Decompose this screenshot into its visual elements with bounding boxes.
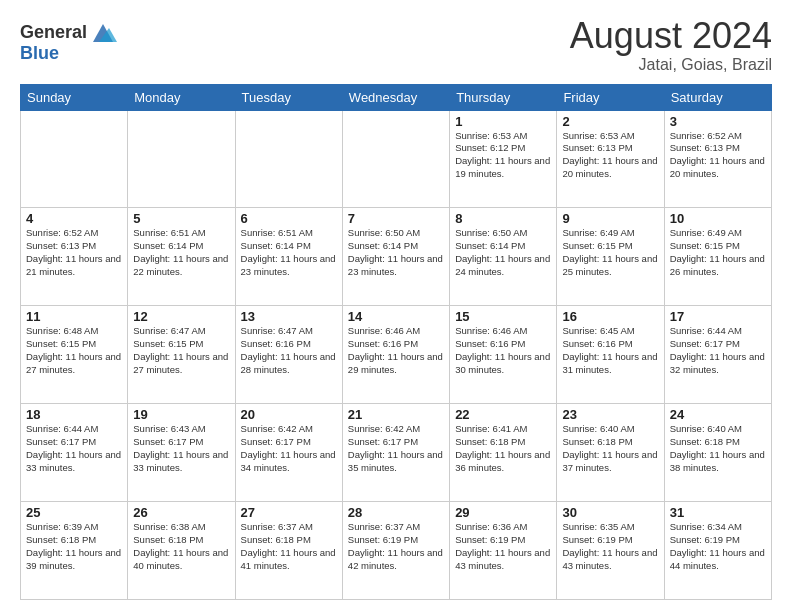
title-block: August 2024 Jatai, Goias, Brazil xyxy=(570,16,772,74)
day-cell: 28Sunrise: 6:37 AM Sunset: 6:19 PM Dayli… xyxy=(342,502,449,600)
day-number: 15 xyxy=(455,309,551,324)
day-number: 5 xyxy=(133,211,229,226)
day-info: Sunrise: 6:50 AM Sunset: 6:14 PM Dayligh… xyxy=(455,227,551,278)
day-number: 6 xyxy=(241,211,337,226)
weekday-header-row: SundayMondayTuesdayWednesdayThursdayFrid… xyxy=(21,84,772,110)
day-cell: 6Sunrise: 6:51 AM Sunset: 6:14 PM Daylig… xyxy=(235,208,342,306)
day-cell: 8Sunrise: 6:50 AM Sunset: 6:14 PM Daylig… xyxy=(450,208,557,306)
day-info: Sunrise: 6:53 AM Sunset: 6:13 PM Dayligh… xyxy=(562,130,658,181)
day-info: Sunrise: 6:47 AM Sunset: 6:15 PM Dayligh… xyxy=(133,325,229,376)
day-cell xyxy=(235,110,342,208)
day-cell: 30Sunrise: 6:35 AM Sunset: 6:19 PM Dayli… xyxy=(557,502,664,600)
day-cell: 20Sunrise: 6:42 AM Sunset: 6:17 PM Dayli… xyxy=(235,404,342,502)
day-cell: 1Sunrise: 6:53 AM Sunset: 6:12 PM Daylig… xyxy=(450,110,557,208)
day-cell: 17Sunrise: 6:44 AM Sunset: 6:17 PM Dayli… xyxy=(664,306,771,404)
day-number: 31 xyxy=(670,505,766,520)
day-number: 25 xyxy=(26,505,122,520)
day-info: Sunrise: 6:51 AM Sunset: 6:14 PM Dayligh… xyxy=(133,227,229,278)
day-number: 29 xyxy=(455,505,551,520)
day-info: Sunrise: 6:46 AM Sunset: 6:16 PM Dayligh… xyxy=(455,325,551,376)
day-cell: 15Sunrise: 6:46 AM Sunset: 6:16 PM Dayli… xyxy=(450,306,557,404)
day-number: 18 xyxy=(26,407,122,422)
day-info: Sunrise: 6:45 AM Sunset: 6:16 PM Dayligh… xyxy=(562,325,658,376)
week-row-3: 11Sunrise: 6:48 AM Sunset: 6:15 PM Dayli… xyxy=(21,306,772,404)
day-info: Sunrise: 6:50 AM Sunset: 6:14 PM Dayligh… xyxy=(348,227,444,278)
day-info: Sunrise: 6:52 AM Sunset: 6:13 PM Dayligh… xyxy=(26,227,122,278)
day-info: Sunrise: 6:51 AM Sunset: 6:14 PM Dayligh… xyxy=(241,227,337,278)
day-info: Sunrise: 6:44 AM Sunset: 6:17 PM Dayligh… xyxy=(670,325,766,376)
day-cell: 4Sunrise: 6:52 AM Sunset: 6:13 PM Daylig… xyxy=(21,208,128,306)
day-number: 11 xyxy=(26,309,122,324)
day-cell xyxy=(342,110,449,208)
day-info: Sunrise: 6:37 AM Sunset: 6:19 PM Dayligh… xyxy=(348,521,444,572)
page: General Blue August 2024 Jatai, Goias, B… xyxy=(0,0,792,612)
weekday-header-sunday: Sunday xyxy=(21,84,128,110)
day-info: Sunrise: 6:53 AM Sunset: 6:12 PM Dayligh… xyxy=(455,130,551,181)
day-number: 20 xyxy=(241,407,337,422)
day-cell: 18Sunrise: 6:44 AM Sunset: 6:17 PM Dayli… xyxy=(21,404,128,502)
week-row-2: 4Sunrise: 6:52 AM Sunset: 6:13 PM Daylig… xyxy=(21,208,772,306)
day-info: Sunrise: 6:49 AM Sunset: 6:15 PM Dayligh… xyxy=(670,227,766,278)
day-cell: 7Sunrise: 6:50 AM Sunset: 6:14 PM Daylig… xyxy=(342,208,449,306)
weekday-header-monday: Monday xyxy=(128,84,235,110)
weekday-header-saturday: Saturday xyxy=(664,84,771,110)
day-cell: 19Sunrise: 6:43 AM Sunset: 6:17 PM Dayli… xyxy=(128,404,235,502)
logo-general-text: General xyxy=(20,23,87,41)
calendar-body: 1Sunrise: 6:53 AM Sunset: 6:12 PM Daylig… xyxy=(21,110,772,599)
day-cell: 14Sunrise: 6:46 AM Sunset: 6:16 PM Dayli… xyxy=(342,306,449,404)
day-number: 23 xyxy=(562,407,658,422)
day-info: Sunrise: 6:52 AM Sunset: 6:13 PM Dayligh… xyxy=(670,130,766,181)
day-number: 30 xyxy=(562,505,658,520)
day-info: Sunrise: 6:37 AM Sunset: 6:18 PM Dayligh… xyxy=(241,521,337,572)
day-cell: 25Sunrise: 6:39 AM Sunset: 6:18 PM Dayli… xyxy=(21,502,128,600)
location-title: Jatai, Goias, Brazil xyxy=(570,56,772,74)
day-info: Sunrise: 6:46 AM Sunset: 6:16 PM Dayligh… xyxy=(348,325,444,376)
day-info: Sunrise: 6:42 AM Sunset: 6:17 PM Dayligh… xyxy=(348,423,444,474)
day-number: 4 xyxy=(26,211,122,226)
day-number: 3 xyxy=(670,114,766,129)
day-number: 16 xyxy=(562,309,658,324)
day-number: 24 xyxy=(670,407,766,422)
day-cell: 3Sunrise: 6:52 AM Sunset: 6:13 PM Daylig… xyxy=(664,110,771,208)
logo-icon xyxy=(89,20,117,44)
logo-blue-text: Blue xyxy=(20,44,117,62)
weekday-header-thursday: Thursday xyxy=(450,84,557,110)
day-number: 27 xyxy=(241,505,337,520)
day-cell: 21Sunrise: 6:42 AM Sunset: 6:17 PM Dayli… xyxy=(342,404,449,502)
day-info: Sunrise: 6:40 AM Sunset: 6:18 PM Dayligh… xyxy=(670,423,766,474)
day-cell xyxy=(21,110,128,208)
day-cell: 9Sunrise: 6:49 AM Sunset: 6:15 PM Daylig… xyxy=(557,208,664,306)
week-row-5: 25Sunrise: 6:39 AM Sunset: 6:18 PM Dayli… xyxy=(21,502,772,600)
day-number: 1 xyxy=(455,114,551,129)
day-cell: 10Sunrise: 6:49 AM Sunset: 6:15 PM Dayli… xyxy=(664,208,771,306)
day-number: 14 xyxy=(348,309,444,324)
day-cell: 31Sunrise: 6:34 AM Sunset: 6:19 PM Dayli… xyxy=(664,502,771,600)
day-info: Sunrise: 6:40 AM Sunset: 6:18 PM Dayligh… xyxy=(562,423,658,474)
day-cell: 22Sunrise: 6:41 AM Sunset: 6:18 PM Dayli… xyxy=(450,404,557,502)
day-number: 2 xyxy=(562,114,658,129)
day-number: 10 xyxy=(670,211,766,226)
day-cell: 2Sunrise: 6:53 AM Sunset: 6:13 PM Daylig… xyxy=(557,110,664,208)
day-number: 7 xyxy=(348,211,444,226)
day-number: 19 xyxy=(133,407,229,422)
day-info: Sunrise: 6:48 AM Sunset: 6:15 PM Dayligh… xyxy=(26,325,122,376)
day-info: Sunrise: 6:44 AM Sunset: 6:17 PM Dayligh… xyxy=(26,423,122,474)
day-cell: 16Sunrise: 6:45 AM Sunset: 6:16 PM Dayli… xyxy=(557,306,664,404)
day-info: Sunrise: 6:47 AM Sunset: 6:16 PM Dayligh… xyxy=(241,325,337,376)
weekday-header-friday: Friday xyxy=(557,84,664,110)
day-info: Sunrise: 6:42 AM Sunset: 6:17 PM Dayligh… xyxy=(241,423,337,474)
day-cell: 29Sunrise: 6:36 AM Sunset: 6:19 PM Dayli… xyxy=(450,502,557,600)
day-info: Sunrise: 6:39 AM Sunset: 6:18 PM Dayligh… xyxy=(26,521,122,572)
day-cell: 12Sunrise: 6:47 AM Sunset: 6:15 PM Dayli… xyxy=(128,306,235,404)
day-number: 17 xyxy=(670,309,766,324)
week-row-1: 1Sunrise: 6:53 AM Sunset: 6:12 PM Daylig… xyxy=(21,110,772,208)
day-cell: 27Sunrise: 6:37 AM Sunset: 6:18 PM Dayli… xyxy=(235,502,342,600)
day-number: 21 xyxy=(348,407,444,422)
header: General Blue August 2024 Jatai, Goias, B… xyxy=(20,16,772,74)
weekday-header-tuesday: Tuesday xyxy=(235,84,342,110)
day-cell: 24Sunrise: 6:40 AM Sunset: 6:18 PM Dayli… xyxy=(664,404,771,502)
weekday-header-wednesday: Wednesday xyxy=(342,84,449,110)
calendar-table: SundayMondayTuesdayWednesdayThursdayFrid… xyxy=(20,84,772,600)
logo: General Blue xyxy=(20,20,117,62)
day-number: 8 xyxy=(455,211,551,226)
